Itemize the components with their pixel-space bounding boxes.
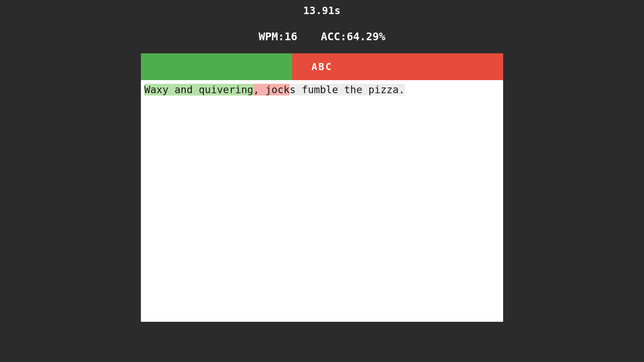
wpm-label: WPM: [259, 30, 284, 43]
wpm-value: 16 [284, 30, 298, 43]
acc-value: 64.29% [347, 30, 386, 43]
typed-incorrect: , jock [253, 84, 289, 96]
acc-label: ACC: [321, 30, 346, 43]
elapsed-timer: 13.91s [0, 5, 644, 16]
typed-correct: Waxy and quivering [144, 84, 253, 96]
stats-bar: WPM:16ACC:64.29% [0, 30, 644, 43]
typed-pending: s fumble the pizza. [289, 84, 405, 96]
typing-text[interactable]: Waxy and quivering, jocks fumble the piz… [141, 80, 503, 96]
progress-bar-fill [141, 53, 292, 80]
typing-panel: ABC Waxy and quivering, jocks fumble the… [141, 53, 503, 322]
progress-bar: ABC [141, 53, 503, 80]
